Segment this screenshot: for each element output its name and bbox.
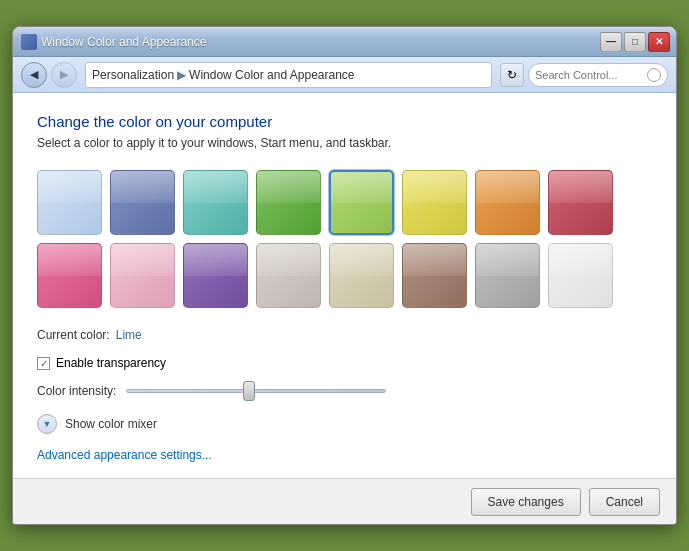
- intensity-row: Color intensity:: [37, 384, 652, 398]
- color-swatch-citrus[interactable]: [402, 170, 467, 235]
- breadcrumb: Personalization ▶ Window Color and Appea…: [85, 62, 492, 88]
- forward-button[interactable]: ▶: [51, 62, 77, 88]
- main-window: Window Color and Appearance — □ ✕ ◀ ▶ Pe…: [12, 26, 677, 525]
- save-changes-button[interactable]: Save changes: [471, 488, 581, 516]
- current-color-value: Lime: [116, 328, 142, 342]
- back-button[interactable]: ◀: [21, 62, 47, 88]
- colors-grid: [37, 170, 652, 308]
- color-swatch-twilight[interactable]: [110, 170, 175, 235]
- window-title: Window Color and Appearance: [41, 35, 206, 49]
- breadcrumb-current[interactable]: Window Color and Appearance: [189, 68, 354, 82]
- chevron-down-icon[interactable]: ▼: [37, 414, 57, 434]
- color-swatch-caramel[interactable]: [402, 243, 467, 308]
- color-swatch-sea[interactable]: [183, 170, 248, 235]
- toolbar: ◀ ▶ Personalization ▶ Window Color and A…: [13, 57, 676, 93]
- color-swatch-pearl[interactable]: [548, 243, 613, 308]
- color-swatch-smoke[interactable]: [475, 243, 540, 308]
- search-bar: [528, 63, 668, 87]
- page-title: Change the color on your computer: [37, 113, 652, 130]
- color-swatch-pumpkin[interactable]: [475, 170, 540, 235]
- color-swatch-pink[interactable]: [37, 243, 102, 308]
- color-swatch-blush[interactable]: [110, 243, 175, 308]
- intensity-slider-track[interactable]: [126, 389, 386, 393]
- advanced-settings-link[interactable]: Advanced appearance settings...: [37, 448, 212, 462]
- close-button[interactable]: ✕: [648, 32, 670, 52]
- current-color-label: Current color:: [37, 328, 110, 342]
- search-icon: [647, 68, 661, 82]
- minimize-button[interactable]: —: [600, 32, 622, 52]
- color-swatch-sand[interactable]: [329, 243, 394, 308]
- breadcrumb-root[interactable]: Personalization: [92, 68, 174, 82]
- window-icon: [21, 34, 37, 50]
- maximize-button[interactable]: □: [624, 32, 646, 52]
- intensity-slider-thumb[interactable]: [243, 381, 255, 401]
- color-swatch-lime[interactable]: [329, 170, 394, 235]
- page-subtitle: Select a color to apply it to your windo…: [37, 136, 652, 150]
- content-area: Change the color on your computer Select…: [13, 93, 676, 478]
- transparency-label: Enable transparency: [56, 356, 166, 370]
- color-swatch-frost[interactable]: [256, 243, 321, 308]
- transparency-checkbox[interactable]: [37, 357, 50, 370]
- footer: Save changes Cancel: [13, 478, 676, 524]
- color-swatch-lavender[interactable]: [183, 243, 248, 308]
- color-swatch-sky[interactable]: [37, 170, 102, 235]
- title-bar: Window Color and Appearance — □ ✕: [13, 27, 676, 57]
- color-swatch-ruby[interactable]: [548, 170, 613, 235]
- refresh-button[interactable]: ↻: [500, 63, 524, 87]
- breadcrumb-separator: ▶: [177, 68, 186, 82]
- search-input[interactable]: [535, 69, 647, 81]
- current-color-row: Current color: Lime: [37, 328, 652, 342]
- title-bar-left: Window Color and Appearance: [21, 34, 206, 50]
- intensity-label: Color intensity:: [37, 384, 116, 398]
- colors-row-1: [37, 170, 652, 235]
- color-swatch-leaf[interactable]: [256, 170, 321, 235]
- title-bar-controls: — □ ✕: [600, 32, 670, 52]
- color-mixer-row[interactable]: ▼ Show color mixer: [37, 414, 652, 434]
- colors-row-2: [37, 243, 652, 308]
- transparency-row: Enable transparency: [37, 356, 652, 370]
- color-mixer-label: Show color mixer: [65, 417, 157, 431]
- cancel-button[interactable]: Cancel: [589, 488, 660, 516]
